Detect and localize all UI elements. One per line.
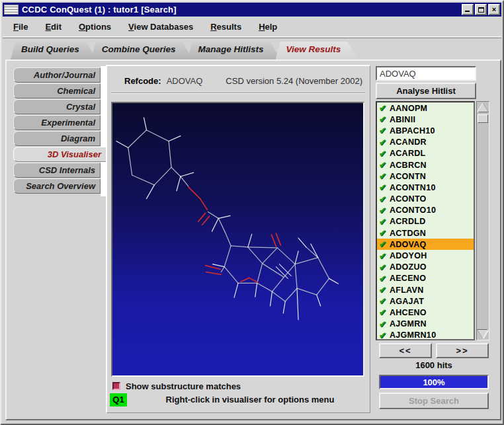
hit-refcode: ACONTO	[390, 194, 427, 204]
menu-separator	[3, 36, 501, 38]
hitlist-row[interactable]: ✔ADOZUO	[377, 262, 474, 273]
molecule-drawing	[112, 103, 363, 375]
sidebar-item-chemical[interactable]: Chemical	[13, 83, 101, 98]
tab-row: Build QueriesCombine QueriesManage Hitli…	[11, 42, 353, 59]
hitlist-row[interactable]: ✔ACONTN	[377, 171, 474, 182]
hitlist-row[interactable]: ✔ACONTN10	[377, 182, 474, 193]
refcode-search-input[interactable]	[376, 66, 476, 81]
hitlist-row[interactable]: ✔AANOPM	[377, 102, 474, 114]
maximize-button[interactable]	[475, 4, 487, 15]
hitlist-row[interactable]: ✔ACARDL	[377, 148, 474, 159]
app-window: CCDC ConQuest (1) : tutor1 [Search] × Fi…	[0, 0, 504, 425]
hitlist-row[interactable]: ✔ADOYOH	[377, 250, 474, 261]
stop-search-button[interactable]: Stop Search	[379, 393, 489, 409]
hit-refcode: ABINII	[390, 115, 415, 124]
next-hit-button[interactable]: >>	[436, 343, 489, 358]
hitlist-row[interactable]: ✔AHCENO	[377, 307, 474, 318]
close-button[interactable]: ×	[488, 4, 500, 15]
maximize-icon	[478, 7, 484, 13]
hits-count: 1600 hits	[379, 360, 489, 370]
checkmark-icon: ✔	[379, 115, 386, 124]
minimize-button[interactable]	[462, 4, 474, 15]
hitlist-row[interactable]: ✔AECENO	[377, 273, 474, 284]
hitlist-row[interactable]: ✔ACTDGN	[377, 227, 474, 239]
checkmark-icon: ✔	[379, 229, 386, 237]
checkmark-icon: ✔	[379, 263, 386, 272]
hit-refcode: ACARDL	[390, 149, 426, 158]
visualiser-hint-text: Right-click in visualiser for options me…	[136, 395, 364, 405]
sidebar-item-crystal[interactable]: Crystal	[13, 99, 101, 114]
menu-bar: FileEditOptionsView DatabasesResultsHelp	[3, 18, 501, 35]
checkmark-icon: ✔	[379, 297, 386, 305]
hit-refcode: AJGMRN10	[390, 330, 436, 340]
hit-refcode: AECENO	[390, 274, 426, 283]
menu-file[interactable]: File	[13, 22, 28, 32]
hitlist-row[interactable]: ✔AFLAVN	[377, 284, 474, 295]
hitlist[interactable]: ✔AANOPM✔ABINII✔ABPACH10✔ACANDR✔ACARDL✔AC…	[376, 101, 475, 340]
sidebar: Author/JournalChemicalCrystalExperimenta…	[13, 67, 106, 194]
tab-manage-hitlists[interactable]: Manage Hitlists	[188, 42, 281, 59]
hitlist-row[interactable]: ✔ACONTO	[377, 194, 474, 205]
sidebar-item-diagram[interactable]: Diagram	[13, 131, 101, 146]
window-title: CCDC ConQuest (1) : tutor1 [Search]	[22, 5, 177, 15]
hitlist-row[interactable]: ✔ABPACH10	[377, 125, 474, 136]
hitlist-row[interactable]: ✔AGAJAT	[377, 295, 474, 307]
viewer-separator	[111, 93, 365, 94]
hit-refcode: ACRDLD	[390, 217, 426, 226]
sidebar-item-experimental[interactable]: Experimental	[13, 115, 101, 130]
menu-options[interactable]: Options	[79, 22, 111, 32]
checkmark-icon: ✔	[379, 149, 386, 158]
scroll-up-icon[interactable]	[478, 103, 488, 112]
hitlist-row[interactable]: ✔ACBRCN	[377, 159, 474, 171]
tab-combine-queries[interactable]: Combine Queries	[91, 42, 193, 59]
hitlist-row[interactable]: ✔ACRDLD	[377, 216, 474, 227]
hitlist-row[interactable]: ✔ACANDR	[377, 137, 474, 148]
window-menu-icon[interactable]	[4, 5, 19, 15]
tab-view-results[interactable]: View Results	[276, 42, 358, 59]
menu-results[interactable]: Results	[210, 22, 241, 32]
sidebar-item-3d-visualiser[interactable]: 3D Visualiser	[13, 147, 106, 162]
scrollbar-thumb[interactable]	[478, 114, 488, 123]
menu-edit[interactable]: Edit	[45, 22, 62, 32]
checkmark-icon: ✔	[379, 308, 386, 317]
hitlist-row[interactable]: ✔AJGMRN	[377, 319, 474, 330]
checkmark-icon: ✔	[379, 274, 386, 283]
checkmark-icon: ✔	[379, 286, 386, 294]
hitlist-row[interactable]: ✔ACONTO10	[377, 205, 474, 216]
hitlist-row[interactable]: ✔ADOVAQ	[377, 239, 474, 250]
checkmark-icon: ✔	[379, 331, 386, 340]
hitlist-row[interactable]: ✔AJGMRN10	[377, 330, 474, 340]
tab-build-queries[interactable]: Build Queries	[11, 42, 97, 59]
previous-hit-button[interactable]: <<	[379, 343, 432, 358]
show-matches-checkbox[interactable]	[112, 382, 120, 390]
scroll-down-icon[interactable]	[478, 330, 488, 338]
hit-refcode: ADOYOH	[390, 251, 427, 260]
menu-view-databases[interactable]: View Databases	[128, 22, 193, 32]
sidebar-item-csd-internals[interactable]: CSD Internals	[13, 163, 101, 178]
hit-refcode: ADOZUO	[390, 262, 427, 272]
refcode-label: Refcode:	[124, 76, 161, 86]
close-icon: ×	[492, 6, 496, 13]
hit-refcode: AHCENO	[390, 308, 427, 317]
sidebar-item-author-journal[interactable]: Author/Journal	[13, 67, 101, 83]
checkmark-icon: ✔	[379, 172, 386, 180]
menu-help[interactable]: Help	[259, 22, 277, 32]
checkmark-icon: ✔	[379, 217, 386, 226]
title-bar[interactable]: CCDC ConQuest (1) : tutor1 [Search] ×	[3, 3, 501, 17]
checkmark-icon: ✔	[379, 126, 386, 135]
minimize-icon	[465, 11, 470, 12]
hit-refcode: AFLAVN	[390, 286, 424, 295]
checkmark-icon: ✔	[379, 252, 386, 260]
hit-refcode: ACONTN10	[390, 183, 436, 192]
csd-version-text: CSD version 5.24 (November 2002)	[226, 76, 362, 86]
hit-refcode: ACONTO10	[390, 206, 436, 215]
show-matches-label: Show substructure matches	[126, 381, 241, 391]
sidebar-item-search-overview[interactable]: Search Overview	[13, 178, 101, 194]
checkmark-icon: ✔	[379, 104, 386, 112]
hit-refcode: ACBRCN	[390, 161, 427, 170]
checkmark-icon: ✔	[379, 240, 386, 249]
hitlist-row[interactable]: ✔ABINII	[377, 114, 474, 125]
3d-visualiser-canvas[interactable]	[111, 102, 364, 377]
hitlist-scrollbar[interactable]	[476, 101, 489, 340]
analyse-hitlist-button[interactable]: Analyse Hitlist	[376, 83, 476, 99]
